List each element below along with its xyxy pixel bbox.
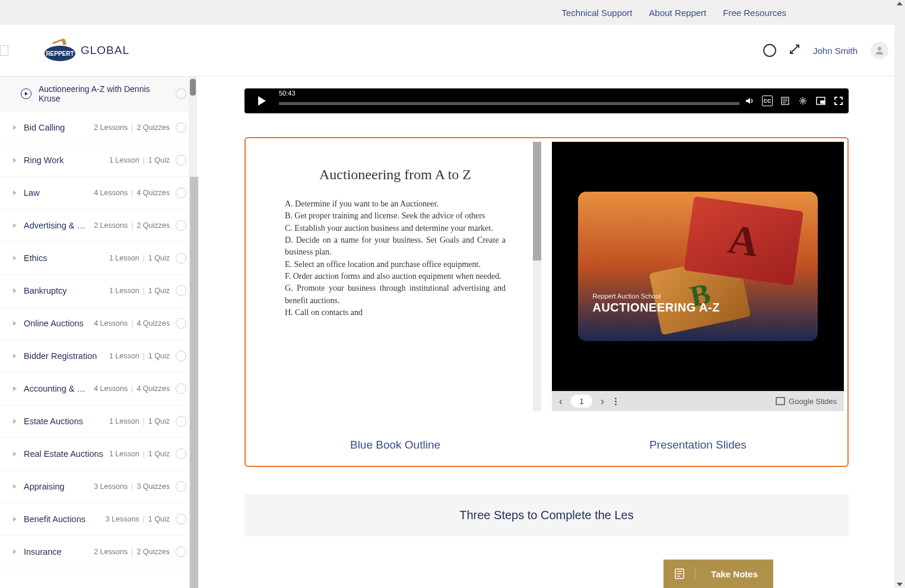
chevron-right-icon (13, 419, 17, 424)
pip-icon[interactable] (815, 96, 826, 106)
section-row[interactable]: Accounting & Fina... 4 Lessons|4 Quizzes (0, 373, 197, 405)
section-row[interactable]: Estate Auctions 1 Lesson|1 Quiz (0, 405, 197, 438)
svg-point-6 (802, 100, 804, 102)
chevron-right-icon (13, 452, 17, 456)
section-status-circle (176, 449, 186, 459)
section-title: Ethics (24, 253, 109, 263)
dark-mode-icon[interactable] (763, 44, 776, 57)
section-status-circle (176, 285, 186, 296)
sidebar-toggle[interactable] (0, 45, 8, 56)
section-meta: 2 Lessons|2 Quizzes (94, 548, 170, 556)
chevron-right-icon (13, 223, 17, 228)
settings-icon[interactable] (798, 96, 808, 106)
section-meta: 1 Lesson|1 Quiz (109, 254, 170, 262)
section-title: Bankruptcy (24, 286, 109, 295)
next-section-title: Three Steps to Complete the Les (259, 508, 834, 522)
chevron-right-icon (13, 549, 17, 554)
transcript-icon[interactable] (780, 96, 790, 106)
section-meta: 1 Lesson|1 Quiz (109, 352, 170, 360)
section-title: Benefit Auctions (24, 514, 106, 524)
section-title: Estate Auctions (24, 417, 109, 426)
free-resources-link[interactable]: Free Resources (723, 8, 786, 18)
section-row[interactable]: Law 4 Lessons|4 Quizzes (0, 177, 197, 209)
slide-page-number[interactable]: 1 (571, 395, 592, 408)
section-title: Ring Work (24, 155, 109, 165)
section-meta: 1 Lesson|1 Quiz (109, 156, 170, 164)
expand-icon[interactable] (789, 44, 800, 57)
notes-icon (663, 568, 696, 580)
logo-badge-icon: REPPERT (42, 38, 78, 63)
section-title: Bidder Registration (24, 351, 109, 361)
section-status-circle (176, 546, 186, 557)
section-status-circle (176, 416, 186, 427)
section-row[interactable]: Ring Work 1 Lesson|1 Quiz (0, 144, 197, 177)
section-meta: 1 Lesson|1 Quiz (109, 417, 170, 425)
chevron-right-icon (13, 125, 17, 130)
blue-book-pane[interactable]: Auctioneering from A to Z A. Determine i… (249, 142, 541, 411)
section-meta: 4 Lessons|4 Quizzes (94, 319, 170, 328)
notes-button-label: Take Notes (696, 569, 773, 579)
section-meta: 3 Lessons|3 Quizzes (94, 482, 170, 491)
section-row[interactable]: Appraising 3 Lessons|3 Quizzes (0, 471, 197, 503)
section-row[interactable]: Bankruptcy 1 Lesson|1 Quiz (0, 275, 197, 307)
slide-prev-icon[interactable]: ‹ (559, 395, 563, 408)
section-status-circle (176, 122, 186, 133)
book-scrollbar[interactable] (533, 142, 541, 411)
section-status-circle (176, 318, 186, 329)
section-status-circle (176, 155, 186, 166)
chevron-right-icon (13, 354, 17, 358)
slide-subtitle: Reppert Auction School (592, 293, 719, 300)
avatar[interactable] (871, 42, 888, 59)
section-row[interactable]: Advertising & Mar... 2 Lessons|2 Quizzes (0, 209, 197, 242)
section-meta: 2 Lessons|2 Quizzes (94, 221, 170, 230)
take-notes-button[interactable]: Take Notes (663, 560, 773, 588)
section-title: Insurance (24, 547, 94, 557)
chevron-right-icon (13, 484, 17, 489)
main-content: 50:43 CC Auctioneering from A to Z (197, 77, 905, 588)
svg-text:REPPERT: REPPERT (46, 50, 74, 57)
chevron-right-icon (13, 386, 17, 391)
chevron-right-icon (13, 517, 17, 522)
technical-support-link[interactable]: Technical Support (561, 8, 632, 18)
section-row[interactable]: Online Auctions 4 Lessons|4 Quizzes (0, 307, 197, 340)
section-meta: 1 Lesson|1 Quiz (109, 287, 170, 295)
slide-next-icon[interactable]: › (601, 395, 604, 408)
section-meta: 4 Lessons|4 Quizzes (94, 189, 170, 197)
video-play-button[interactable] (249, 91, 274, 110)
scroll-up-arrow[interactable] (897, 2, 903, 5)
slide-title: AUCTIONEERING A-Z (592, 301, 719, 314)
about-link[interactable]: About Reppert (649, 8, 707, 18)
sidebar: Auctioneering A-Z with Dennis Kruse Bid … (0, 77, 197, 588)
section-status-circle (176, 187, 186, 198)
slide-menu-icon[interactable] (615, 398, 617, 405)
video-controls: 50:43 CC (244, 88, 849, 113)
section-status-circle (176, 481, 186, 492)
section-status-circle (176, 383, 186, 394)
section-row[interactable]: Bid Calling 2 Lessons|2 Quizzes (0, 112, 197, 144)
volume-icon[interactable] (744, 96, 755, 106)
section-row[interactable]: Ethics 1 Lesson|1 Quiz (0, 242, 197, 275)
user-name[interactable]: John Smith (813, 46, 858, 56)
section-meta: 1 Lesson|1 Quiz (109, 450, 170, 458)
section-title: Real Estate Auctions (24, 449, 109, 459)
section-row[interactable]: Bidder Registration 1 Lesson|1 Quiz (0, 340, 197, 373)
chevron-right-icon (13, 256, 17, 260)
section-meta: 2 Lessons|2 Quizzes (94, 123, 170, 132)
slide-image: B A Reppert Auction School AUCTIONEERING… (578, 192, 817, 341)
chevron-right-icon (13, 190, 17, 195)
slides-pane[interactable]: B A Reppert Auction School AUCTIONEERING… (552, 142, 844, 411)
next-section-banner: Three Steps to Complete the Les (244, 494, 849, 536)
section-title: Bid Calling (24, 123, 94, 132)
chevron-right-icon (13, 321, 17, 326)
section-row[interactable]: Benefit Auctions 3 Lessons|1 Quiz (0, 503, 197, 536)
section-row[interactable]: Real Estate Auctions 1 Lesson|1 Quiz (0, 438, 197, 471)
logo[interactable]: REPPERT GLOBAL (42, 38, 129, 63)
google-slides-link[interactable]: Google Slides (776, 397, 837, 406)
video-progress[interactable]: 50:43 (279, 93, 739, 109)
section-title: Appraising (24, 482, 94, 491)
current-lesson[interactable]: Auctioneering A-Z with Dennis Kruse (0, 77, 197, 112)
section-row[interactable]: Insurance 2 Lessons|2 Quizzes (0, 536, 197, 568)
fullscreen-icon[interactable] (833, 96, 844, 106)
section-title: Accounting & Fina... (24, 384, 94, 393)
cc-icon[interactable]: CC (762, 96, 773, 106)
